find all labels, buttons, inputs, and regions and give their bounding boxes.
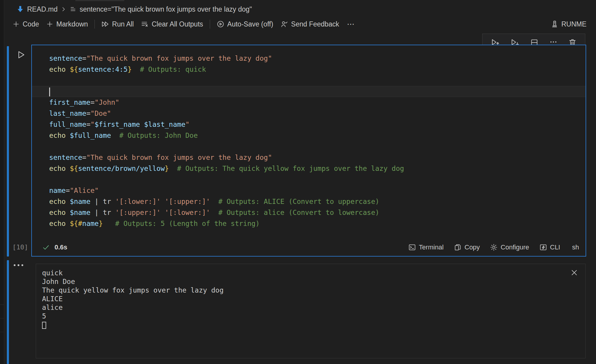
code-token: '[:lower:]' xyxy=(115,198,161,205)
code-token: echo xyxy=(49,198,66,205)
breadcrumb-section[interactable]: sentence="The quick brown fox jumps over… xyxy=(80,5,252,13)
code-line[interactable]: echo ${#name} # Outputs: 5 (Length of th… xyxy=(32,218,586,229)
add-markdown-cell-button[interactable]: Markdown xyxy=(43,18,91,30)
terminal-label: Terminal xyxy=(419,243,444,251)
output-line: 5 xyxy=(42,312,564,321)
copy-icon xyxy=(454,243,462,251)
code-token: "Alice" xyxy=(70,187,99,194)
send-feedback-button[interactable]: Send Feedback xyxy=(277,18,343,30)
code-token: '[:lower:]' xyxy=(165,209,210,216)
code-token: echo xyxy=(49,220,66,227)
code-token: # Outputs: alice (Convert to lowercase) xyxy=(210,209,379,216)
notebook-toolbar: Code Markdown Run All Clear All Outputs … xyxy=(9,17,590,32)
run-cell-button[interactable] xyxy=(16,50,26,60)
run-all-icon xyxy=(101,20,109,28)
toolbar-more-actions-button[interactable]: ⋯ xyxy=(343,20,359,29)
cell-status-actions: Terminal Copy Configure CLI sh xyxy=(408,243,579,251)
cli-button[interactable]: CLI xyxy=(539,243,560,251)
add-code-cell-button[interactable]: Code xyxy=(9,18,43,30)
code-token: "John" xyxy=(94,99,119,106)
play-icon xyxy=(16,50,26,60)
cell-language-picker[interactable]: sh xyxy=(572,243,579,251)
output-line xyxy=(42,321,564,329)
clear-all-outputs-button[interactable]: Clear All Outputs xyxy=(137,18,207,30)
autosave-icon xyxy=(217,20,224,28)
code-line[interactable]: echo $name | tr '[:lower:]' '[:upper:]' … xyxy=(32,196,586,207)
more-actions-icon: ⋯ xyxy=(347,20,355,29)
close-output-button[interactable] xyxy=(570,269,578,276)
code-line[interactable] xyxy=(32,141,586,152)
left-edge-strip xyxy=(0,0,4,364)
code-token: = xyxy=(90,99,94,106)
tab-edge-highlight xyxy=(75,0,124,1)
runme-brand-button[interactable]: RUNME xyxy=(547,18,590,30)
code-token: sentence xyxy=(49,154,82,161)
code-token: first_name xyxy=(49,99,90,106)
code-token: # Outputs: ALICE (Convert to uppercase) xyxy=(210,198,379,205)
code-token xyxy=(66,132,70,139)
execution-count: [10] xyxy=(11,243,30,251)
code-token: "Doe" xyxy=(90,110,111,117)
code-lines: sentence="The quick brown fox jumps over… xyxy=(32,53,586,229)
copy-button[interactable]: Copy xyxy=(454,243,480,251)
code-token: } xyxy=(128,65,132,73)
code-token: $first_name $last_name xyxy=(94,121,185,128)
close-icon xyxy=(570,269,578,276)
code-token: full_name xyxy=(49,121,86,128)
code-line[interactable]: echo $name | tr '[:upper:]' '[:lower:]' … xyxy=(32,207,586,218)
code-token: last_name xyxy=(49,110,86,117)
code-token: echo xyxy=(49,65,66,73)
terminal-button[interactable]: Terminal xyxy=(408,243,444,251)
copy-label: Copy xyxy=(465,243,480,251)
code-token xyxy=(161,209,165,216)
code-token: $name xyxy=(70,209,90,216)
code-token: name xyxy=(49,187,66,194)
autosave-toggle-button[interactable]: Auto-Save (off) xyxy=(213,18,277,30)
output-line: John Doe xyxy=(42,277,564,286)
divider xyxy=(0,318,4,318)
feedback-person-icon xyxy=(280,20,288,28)
code-line[interactable]: first_name="John" xyxy=(32,97,586,108)
code-line[interactable] xyxy=(32,75,586,86)
code-line[interactable]: echo ${sentence/brown/yellow} # Outputs:… xyxy=(32,163,586,174)
send-feedback-label: Send Feedback xyxy=(291,20,339,28)
breadcrumb-file[interactable]: READ.md xyxy=(27,5,58,13)
code-line[interactable]: echo ${sentence:4:5} # Outputs: quick xyxy=(32,64,586,75)
code-token xyxy=(66,220,70,227)
output-line: quick xyxy=(42,269,564,277)
code-token: sentence/brown/yellow xyxy=(78,165,165,172)
code-token: = xyxy=(66,187,70,194)
run-all-button[interactable]: Run All xyxy=(98,18,137,30)
code-token: name xyxy=(82,220,99,227)
configure-button[interactable]: Configure xyxy=(490,243,529,251)
breadcrumb: READ.md sentence="The quick brown fox ju… xyxy=(16,4,252,14)
cli-label: CLI xyxy=(550,243,560,251)
code-token xyxy=(66,65,70,73)
code-line[interactable]: full_name="$first_name $last_name" xyxy=(32,119,586,130)
code-line[interactable]: last_name="Doe" xyxy=(32,108,586,119)
code-token: | tr xyxy=(91,198,115,205)
terminal-cursor xyxy=(42,322,46,329)
code-line[interactable]: sentence="The quick brown fox jumps over… xyxy=(32,152,586,163)
plus-icon xyxy=(13,21,20,28)
code-editor[interactable]: sentence="The quick brown fox jumps over… xyxy=(32,45,586,239)
code-token: } xyxy=(165,165,169,172)
output-line: The quick yellow fox jumps over the lazy… xyxy=(42,286,564,295)
code-line[interactable]: sentence="The quick brown fox jumps over… xyxy=(32,53,586,64)
code-line[interactable]: name="Alice" xyxy=(32,185,586,196)
code-token: # Outputs: 5 (Length of the string) xyxy=(103,220,260,227)
code-line[interactable] xyxy=(32,86,586,97)
code-token: sentence:4:5 xyxy=(78,65,128,73)
code-token: = xyxy=(86,110,91,117)
section-list-icon xyxy=(69,6,77,13)
terminal-icon xyxy=(408,243,416,251)
output-more-actions-button[interactable] xyxy=(14,264,23,266)
code-token: $name xyxy=(70,198,90,205)
code-token xyxy=(66,209,70,216)
add-markdown-label: Markdown xyxy=(56,20,88,28)
code-line[interactable] xyxy=(32,174,586,185)
cli-icon xyxy=(539,243,547,251)
focused-cell-indicator xyxy=(7,46,9,257)
code-line[interactable]: echo $full_name # Outputs: John Doe xyxy=(32,130,586,141)
code-token: = xyxy=(82,54,86,62)
